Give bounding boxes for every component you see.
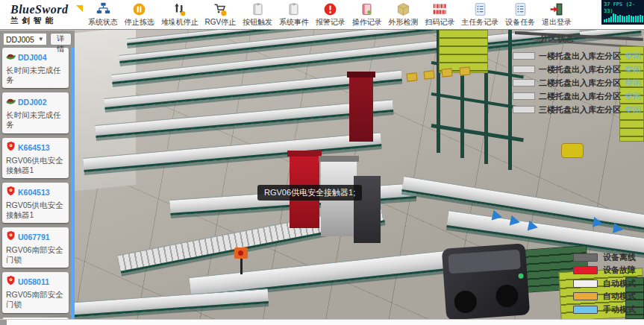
stacker-stop-icon (172, 2, 187, 16)
zone-status-legend: 分区状态 一楼托盘出入库左分区 空闲 一楼托盘出入库右分区 空闲 二楼托盘出入库… (501, 34, 643, 116)
alarm-desc: RGV05供电安全接触器1 (6, 201, 65, 220)
zone-row: 一楼托盘出入库左分区 空闲 (501, 49, 643, 63)
alarm-sidebar: DDJ005 ▼ 详情 DDJ004 长时间未完成任务 DDJ002 长时间未完… (0, 31, 75, 319)
toolbar-label: 外形检测 (389, 17, 419, 28)
device-legend-label: 设备故障 (603, 265, 640, 276)
detail-button[interactable]: 详情 (50, 33, 72, 45)
alarm-id: DDJ004 (18, 53, 47, 62)
alarm-card[interactable]: K664513 RGV06供电安全接触器1 (2, 138, 69, 178)
toolbar-label: 设备任务 (505, 17, 535, 28)
device-status-legend: 设备离线 设备故障 自动模式 自动模式 手动模式 (573, 251, 640, 317)
zone-row: 一楼托盘出入库右分区 空闲 (501, 63, 643, 76)
alarm-desc: 长时间未完成任务 (6, 66, 65, 85)
zone-label: 一楼托盘出入库左分区 (539, 51, 621, 62)
zone-legend-title: 分区状态 (501, 34, 643, 45)
alarm-desc: RGV06南部安全门锁 (6, 245, 65, 265)
horizontal-scrollbar[interactable] (0, 319, 644, 325)
zone-label: 二楼托盘出入库右分区 (539, 91, 621, 102)
alert-icon (323, 2, 337, 16)
alarm-card[interactable]: K604513 RGV05供电安全接触器1 (2, 183, 69, 223)
zone-status: 空闲 (625, 91, 643, 102)
shield-alarm-icon (6, 275, 16, 288)
toolbar-label: 堆垛机停止 (161, 17, 198, 28)
zone-label: 二楼托盘出入库左分区 (539, 78, 621, 89)
carton-box (406, 72, 417, 81)
toolbar-button-device-tasks[interactable]: 设备任务 (505, 2, 535, 28)
network-icon (96, 2, 110, 16)
toolbar-button-main-task-records[interactable]: 主任务记录 (461, 2, 498, 28)
device-legend-label: 自动模式 (603, 278, 640, 289)
zone-row: 三楼托盘出入库左分区 空闲 (501, 103, 643, 116)
auto-mode-running-swatch (573, 292, 598, 300)
toolbar-button-stacker-stop[interactable]: 堆垛机停止 (161, 2, 198, 28)
alarm-card[interactable]: U058011 RGV05南部安全门锁 (2, 272, 69, 312)
shield-alarm-icon (6, 141, 16, 154)
toolbar-button-rgv-stop[interactable]: RGV停止 (205, 2, 237, 28)
toolbar-button-system-status[interactable]: 系统状态 (88, 2, 118, 28)
toolbar-button-alarm-records[interactable]: 报警记录 (316, 2, 346, 28)
carton-box (459, 66, 470, 75)
cart-stop-icon (213, 2, 228, 16)
toolbar-button-button-trigger[interactable]: 按钮触发 (243, 2, 272, 28)
notebook-icon (287, 2, 301, 16)
zone-label: 一楼托盘出入库右分区 (539, 64, 621, 75)
shield-alarm-icon (6, 230, 16, 244)
zone-swatch (513, 52, 535, 60)
alarm-id: K604513 (18, 188, 50, 197)
notebook-pink-icon (360, 2, 374, 16)
device-legend-row: 设备故障 (573, 264, 640, 277)
device-legend-row: 设备离线 (573, 251, 640, 265)
toolbar-button-operation-records[interactable]: 操作记录 (352, 2, 382, 28)
alarm-device-select[interactable]: DDJ005 ▼ (3, 33, 47, 45)
exit-icon (549, 2, 563, 16)
agv-robot[interactable] (442, 243, 530, 319)
device-legend-label: 设备离线 (603, 252, 640, 263)
red-lift-machine[interactable] (349, 76, 373, 142)
toolbar-label: 停止拣选 (125, 17, 154, 28)
toolbar-buttons: 系统状态 停止拣选 堆垛机停止 RGV停止 按钮触发 系统事件 报警记录 操作 (88, 2, 572, 28)
alarm-card[interactable]: DDJ002 长时间未完成任务 (2, 92, 69, 133)
zone-row: 二楼托盘出入库右分区 空闲 (501, 89, 643, 103)
toolbar-label: 操作记录 (352, 17, 382, 28)
device-legend-row: 自动模式 (573, 290, 640, 303)
zone-status: 空闲 (625, 64, 643, 75)
auto-mode-swatch (573, 280, 598, 288)
conveyor (190, 247, 474, 297)
box-icon (396, 2, 410, 16)
alarm-id: DDJ002 (18, 98, 47, 107)
alarm-desc: RGV06供电安全接触器1 (6, 156, 65, 175)
device-legend-label: 自动模式 (603, 291, 640, 302)
scene-tooltip: RGV06供电安全接触器1; (257, 185, 362, 201)
sidebar-scrollbar[interactable] (71, 47, 74, 319)
device-fault-swatch (573, 266, 598, 274)
toolbar-label: RGV停止 (205, 17, 237, 28)
pause-icon (132, 2, 146, 16)
top-toolbar: BlueSword 兰剑智能 系统状态 停止拣选 堆垛机停止 RGV停止 按钮触… (0, 0, 644, 30)
toolbar-label: 系统事件 (279, 17, 309, 28)
scrollbar-thumb[interactable] (0, 320, 7, 325)
toolbar-label: 主任务记录 (461, 17, 498, 28)
alarm-desc: RGV05南部安全门锁 (6, 290, 65, 309)
sidebar-controls: DDJ005 ▼ 详情 (0, 31, 75, 48)
fps-meter[interactable]: 37 FPS (2-33) (601, 0, 644, 25)
toolbar-label: 系统状态 (88, 17, 118, 28)
logo-text-cn: 兰剑智能 (10, 16, 88, 25)
zone-swatch (513, 106, 535, 113)
zone-row: 二楼托盘出入库左分区 空闲 (501, 76, 643, 89)
chevron-down-icon: ▼ (38, 36, 44, 42)
shield-alarm-icon (6, 186, 16, 199)
device-legend-label: 手动模式 (603, 304, 640, 315)
toolbar-button-system-events[interactable]: 系统事件 (279, 2, 309, 28)
toolbar-button-shape-detection[interactable]: 外形检测 (389, 2, 419, 28)
toolbar-button-logout[interactable]: 退出登录 (542, 2, 572, 28)
task-list-icon (513, 2, 528, 16)
turtle-icon (6, 51, 16, 64)
notebook-icon (251, 2, 265, 16)
toolbar-label: 报警记录 (316, 17, 346, 28)
toolbar-button-scan-records[interactable]: 扫码记录 (425, 2, 454, 28)
alarm-desc: 长时间未完成任务 (6, 110, 65, 130)
toolbar-button-stop-picking[interactable]: 停止拣选 (125, 2, 154, 28)
alarm-id: K664513 (18, 143, 50, 152)
task-list-icon (473, 2, 487, 16)
alarm-card[interactable]: U067791 RGV06南部安全门锁 (2, 227, 69, 268)
